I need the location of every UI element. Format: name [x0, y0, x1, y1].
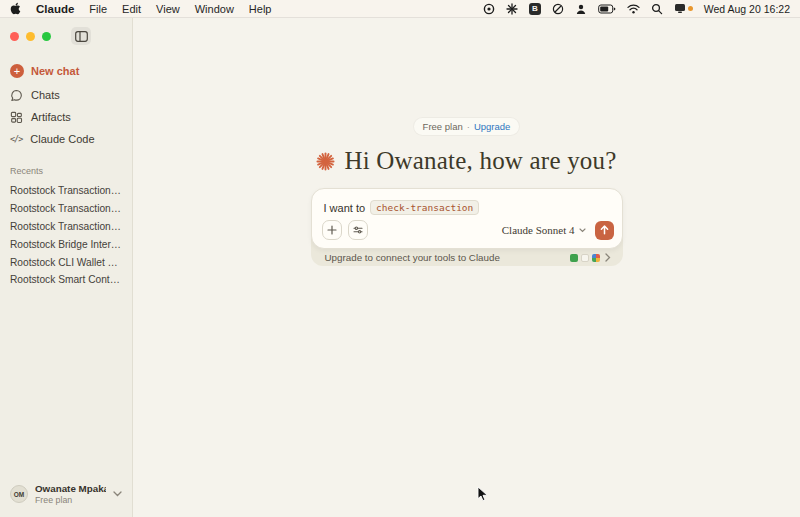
slash-circle-icon[interactable] — [552, 3, 564, 15]
recent-chat-item[interactable]: Rootstock Bridge Interaction — [0, 235, 132, 253]
window-controls — [10, 32, 51, 41]
recent-chat-item[interactable]: Rootstock Transaction Verification — [0, 218, 132, 236]
chevron-down-icon — [579, 228, 586, 233]
plus-icon — [327, 225, 337, 235]
b-app-icon[interactable]: B — [529, 3, 541, 15]
menu-edit[interactable]: Edit — [122, 3, 141, 15]
plan-label: Free plan — [423, 121, 463, 132]
user-icon[interactable] — [575, 3, 587, 15]
attach-button[interactable] — [322, 220, 342, 240]
chevron-down-icon — [113, 491, 122, 497]
menu-file[interactable]: File — [89, 3, 107, 15]
menu-window[interactable]: Window — [195, 3, 234, 15]
composer: I want to check-transaction Claude Sonne… — [311, 188, 623, 266]
sidebar-item-artifacts[interactable]: Artifacts — [0, 106, 132, 128]
user-name: Owanate Mpakaboari A... — [35, 483, 106, 494]
menu-help[interactable]: Help — [249, 3, 272, 15]
wifi-icon[interactable] — [627, 4, 640, 14]
sidebar-toggle-button[interactable] — [71, 27, 91, 45]
display-icon[interactable] — [674, 3, 693, 14]
claude-sunburst-icon — [316, 152, 335, 171]
apple-icon[interactable] — [10, 2, 21, 15]
artifacts-boxes-icon — [10, 111, 23, 124]
mouse-cursor — [477, 486, 489, 503]
upgrade-link[interactable]: Upgrade — [474, 121, 510, 132]
user-plan: Free plan — [35, 495, 106, 505]
page-title: Hi Owanate, how are you? — [344, 147, 616, 175]
chevron-right-icon — [605, 253, 611, 262]
arrow-up-icon — [600, 225, 609, 235]
menubar: Claude File Edit View Window Help B — [0, 0, 800, 18]
recent-chat-item[interactable]: Rootstock Smart Contract Deploy... — [0, 271, 132, 289]
new-chat-button[interactable]: + New chat — [0, 58, 132, 84]
battery-icon[interactable] — [598, 4, 616, 14]
tools-sliders-button[interactable] — [348, 220, 368, 240]
menubar-clock[interactable]: Wed Aug 20 16:22 — [704, 3, 790, 15]
prompt-input[interactable]: I want to check-transaction Claude Sonne… — [311, 188, 623, 249]
user-menu[interactable]: OM Owanate Mpakaboari A... Free plan — [0, 475, 132, 517]
plan-badge: Free plan · Upgrade — [414, 118, 520, 135]
sidebar-item-label: Claude Code — [30, 133, 94, 145]
search-icon[interactable] — [651, 3, 663, 15]
claude-app-window: + New chat Chats Artifacts </> Claude Co… — [0, 18, 800, 517]
tool-app-icons — [570, 254, 600, 262]
tool-icon-3 — [592, 254, 600, 262]
send-button[interactable] — [595, 221, 614, 240]
plus-icon: + — [10, 64, 24, 78]
prompt-text: I want to — [324, 202, 366, 214]
sidebar-item-label: Chats — [31, 89, 60, 101]
close-window-button[interactable] — [10, 32, 19, 41]
chat-bubble-icon — [10, 89, 23, 102]
model-selector[interactable]: Claude Sonnet 4 — [502, 224, 586, 236]
sliders-icon — [353, 225, 363, 235]
recent-chat-item[interactable]: Rootstock Transaction Check — [0, 182, 132, 200]
tool-icon-1 — [570, 254, 578, 262]
zoom-window-button[interactable] — [42, 32, 51, 41]
menu-view[interactable]: View — [156, 3, 180, 15]
minimize-window-button[interactable] — [26, 32, 35, 41]
recent-chat-item[interactable]: Rootstock Transaction Verification — [0, 200, 132, 218]
record-icon[interactable] — [483, 3, 495, 15]
sidebar-item-chats[interactable]: Chats — [0, 84, 132, 106]
recents-heading: Recents — [0, 166, 132, 176]
notification-dot — [688, 6, 693, 11]
avatar: OM — [10, 485, 28, 503]
recent-chat-item[interactable]: Rootstock CLI Wallet Setup — [0, 253, 132, 271]
sidebar-item-label: Artifacts — [31, 111, 71, 123]
sidebar: + New chat Chats Artifacts </> Claude Co… — [0, 18, 133, 517]
code-chip: check-transaction — [370, 200, 479, 215]
model-name: Claude Sonnet 4 — [502, 224, 575, 236]
menubar-app-name[interactable]: Claude — [36, 3, 74, 15]
main-content: Free plan · Upgrade — [133, 18, 800, 517]
code-icon: </> — [10, 134, 22, 144]
tool-icon-2 — [581, 254, 589, 262]
claude-asterisk-icon[interactable] — [506, 3, 518, 15]
sidebar-item-claude-code[interactable]: </> Claude Code — [0, 128, 132, 149]
